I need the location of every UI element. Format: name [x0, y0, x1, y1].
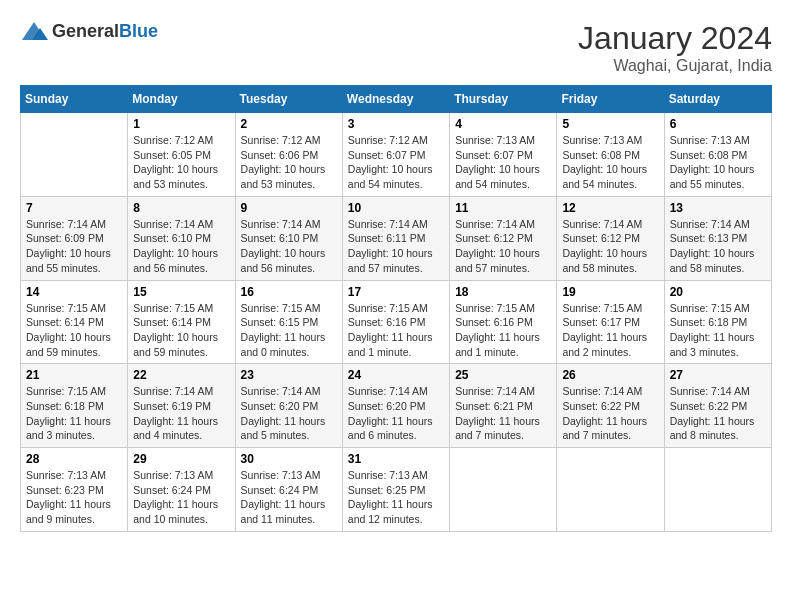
day-info: Sunrise: 7:15 AMSunset: 6:14 PMDaylight:… [26, 301, 122, 360]
day-number: 9 [241, 201, 337, 215]
day-number: 24 [348, 368, 444, 382]
location-subtitle: Waghai, Gujarat, India [578, 57, 772, 75]
table-row: 16Sunrise: 7:15 AMSunset: 6:15 PMDayligh… [235, 280, 342, 364]
day-info: Sunrise: 7:14 AMSunset: 6:10 PMDaylight:… [241, 217, 337, 276]
day-number: 4 [455, 117, 551, 131]
table-row: 18Sunrise: 7:15 AMSunset: 6:16 PMDayligh… [450, 280, 557, 364]
table-row: 13Sunrise: 7:14 AMSunset: 6:13 PMDayligh… [664, 196, 771, 280]
calendar-week-row: 7Sunrise: 7:14 AMSunset: 6:09 PMDaylight… [21, 196, 772, 280]
table-row: 2Sunrise: 7:12 AMSunset: 6:06 PMDaylight… [235, 113, 342, 197]
col-thursday: Thursday [450, 86, 557, 113]
day-info: Sunrise: 7:12 AMSunset: 6:06 PMDaylight:… [241, 133, 337, 192]
title-section: January 2024 Waghai, Gujarat, India [578, 20, 772, 75]
month-year-title: January 2024 [578, 20, 772, 57]
day-info: Sunrise: 7:14 AMSunset: 6:12 PMDaylight:… [562, 217, 658, 276]
day-info: Sunrise: 7:12 AMSunset: 6:07 PMDaylight:… [348, 133, 444, 192]
table-row: 15Sunrise: 7:15 AMSunset: 6:14 PMDayligh… [128, 280, 235, 364]
logo-text: GeneralBlue [52, 21, 158, 42]
calendar-week-row: 28Sunrise: 7:13 AMSunset: 6:23 PMDayligh… [21, 448, 772, 532]
col-sunday: Sunday [21, 86, 128, 113]
page-header: GeneralBlue January 2024 Waghai, Gujarat… [20, 20, 772, 75]
table-row: 7Sunrise: 7:14 AMSunset: 6:09 PMDaylight… [21, 196, 128, 280]
table-row: 24Sunrise: 7:14 AMSunset: 6:20 PMDayligh… [342, 364, 449, 448]
table-row: 22Sunrise: 7:14 AMSunset: 6:19 PMDayligh… [128, 364, 235, 448]
table-row: 8Sunrise: 7:14 AMSunset: 6:10 PMDaylight… [128, 196, 235, 280]
table-row: 31Sunrise: 7:13 AMSunset: 6:25 PMDayligh… [342, 448, 449, 532]
day-number: 16 [241, 285, 337, 299]
logo-blue: Blue [119, 21, 158, 41]
day-info: Sunrise: 7:15 AMSunset: 6:17 PMDaylight:… [562, 301, 658, 360]
table-row: 5Sunrise: 7:13 AMSunset: 6:08 PMDaylight… [557, 113, 664, 197]
col-wednesday: Wednesday [342, 86, 449, 113]
day-info: Sunrise: 7:14 AMSunset: 6:21 PMDaylight:… [455, 384, 551, 443]
table-row: 17Sunrise: 7:15 AMSunset: 6:16 PMDayligh… [342, 280, 449, 364]
day-info: Sunrise: 7:15 AMSunset: 6:18 PMDaylight:… [670, 301, 766, 360]
day-number: 10 [348, 201, 444, 215]
day-info: Sunrise: 7:14 AMSunset: 6:09 PMDaylight:… [26, 217, 122, 276]
table-row: 11Sunrise: 7:14 AMSunset: 6:12 PMDayligh… [450, 196, 557, 280]
day-info: Sunrise: 7:15 AMSunset: 6:18 PMDaylight:… [26, 384, 122, 443]
table-row: 20Sunrise: 7:15 AMSunset: 6:18 PMDayligh… [664, 280, 771, 364]
table-row [664, 448, 771, 532]
day-number: 29 [133, 452, 229, 466]
day-number: 15 [133, 285, 229, 299]
day-number: 5 [562, 117, 658, 131]
day-info: Sunrise: 7:13 AMSunset: 6:08 PMDaylight:… [562, 133, 658, 192]
day-number: 18 [455, 285, 551, 299]
table-row: 29Sunrise: 7:13 AMSunset: 6:24 PMDayligh… [128, 448, 235, 532]
day-number: 20 [670, 285, 766, 299]
table-row: 10Sunrise: 7:14 AMSunset: 6:11 PMDayligh… [342, 196, 449, 280]
day-number: 12 [562, 201, 658, 215]
table-row: 30Sunrise: 7:13 AMSunset: 6:24 PMDayligh… [235, 448, 342, 532]
table-row: 12Sunrise: 7:14 AMSunset: 6:12 PMDayligh… [557, 196, 664, 280]
day-number: 17 [348, 285, 444, 299]
day-info: Sunrise: 7:15 AMSunset: 6:14 PMDaylight:… [133, 301, 229, 360]
day-number: 2 [241, 117, 337, 131]
day-number: 8 [133, 201, 229, 215]
logo-icon [20, 20, 48, 42]
day-number: 11 [455, 201, 551, 215]
day-info: Sunrise: 7:13 AMSunset: 6:23 PMDaylight:… [26, 468, 122, 527]
day-info: Sunrise: 7:13 AMSunset: 6:24 PMDaylight:… [133, 468, 229, 527]
calendar-table: Sunday Monday Tuesday Wednesday Thursday… [20, 85, 772, 532]
day-info: Sunrise: 7:14 AMSunset: 6:22 PMDaylight:… [670, 384, 766, 443]
day-info: Sunrise: 7:15 AMSunset: 6:16 PMDaylight:… [348, 301, 444, 360]
col-monday: Monday [128, 86, 235, 113]
day-number: 14 [26, 285, 122, 299]
day-info: Sunrise: 7:13 AMSunset: 6:24 PMDaylight:… [241, 468, 337, 527]
logo: GeneralBlue [20, 20, 158, 42]
table-row: 23Sunrise: 7:14 AMSunset: 6:20 PMDayligh… [235, 364, 342, 448]
day-number: 13 [670, 201, 766, 215]
logo-general: General [52, 21, 119, 41]
table-row: 3Sunrise: 7:12 AMSunset: 6:07 PMDaylight… [342, 113, 449, 197]
calendar-week-row: 21Sunrise: 7:15 AMSunset: 6:18 PMDayligh… [21, 364, 772, 448]
day-info: Sunrise: 7:15 AMSunset: 6:16 PMDaylight:… [455, 301, 551, 360]
day-info: Sunrise: 7:13 AMSunset: 6:08 PMDaylight:… [670, 133, 766, 192]
table-row: 4Sunrise: 7:13 AMSunset: 6:07 PMDaylight… [450, 113, 557, 197]
day-number: 21 [26, 368, 122, 382]
day-info: Sunrise: 7:12 AMSunset: 6:05 PMDaylight:… [133, 133, 229, 192]
table-row: 19Sunrise: 7:15 AMSunset: 6:17 PMDayligh… [557, 280, 664, 364]
calendar-week-row: 1Sunrise: 7:12 AMSunset: 6:05 PMDaylight… [21, 113, 772, 197]
day-info: Sunrise: 7:14 AMSunset: 6:20 PMDaylight:… [348, 384, 444, 443]
table-row: 28Sunrise: 7:13 AMSunset: 6:23 PMDayligh… [21, 448, 128, 532]
day-number: 3 [348, 117, 444, 131]
table-row [557, 448, 664, 532]
day-info: Sunrise: 7:14 AMSunset: 6:11 PMDaylight:… [348, 217, 444, 276]
day-number: 22 [133, 368, 229, 382]
table-row [450, 448, 557, 532]
calendar-week-row: 14Sunrise: 7:15 AMSunset: 6:14 PMDayligh… [21, 280, 772, 364]
day-info: Sunrise: 7:14 AMSunset: 6:13 PMDaylight:… [670, 217, 766, 276]
table-row: 25Sunrise: 7:14 AMSunset: 6:21 PMDayligh… [450, 364, 557, 448]
day-number: 23 [241, 368, 337, 382]
day-info: Sunrise: 7:13 AMSunset: 6:25 PMDaylight:… [348, 468, 444, 527]
day-info: Sunrise: 7:14 AMSunset: 6:20 PMDaylight:… [241, 384, 337, 443]
day-number: 31 [348, 452, 444, 466]
day-number: 27 [670, 368, 766, 382]
col-friday: Friday [557, 86, 664, 113]
day-number: 30 [241, 452, 337, 466]
day-info: Sunrise: 7:14 AMSunset: 6:10 PMDaylight:… [133, 217, 229, 276]
day-info: Sunrise: 7:15 AMSunset: 6:15 PMDaylight:… [241, 301, 337, 360]
table-row: 14Sunrise: 7:15 AMSunset: 6:14 PMDayligh… [21, 280, 128, 364]
calendar-header-row: Sunday Monday Tuesday Wednesday Thursday… [21, 86, 772, 113]
